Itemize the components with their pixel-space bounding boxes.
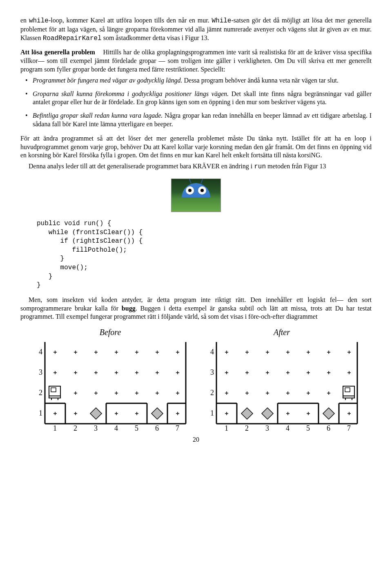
paragraph-section: Att lösa generella problem Hittills har … xyxy=(20,48,372,74)
text: -loop, kommer Karel att utföra loopen ti… xyxy=(49,17,212,24)
kw-while2: While xyxy=(212,17,231,25)
bullet-item: Programmet bör fungera med vägar av godt… xyxy=(20,76,372,85)
svg-text:7: 7 xyxy=(176,424,179,432)
kw-roadrepair: RoadRepairKarel xyxy=(43,35,102,42)
diagram-title: Before xyxy=(100,327,121,338)
text: Denna analys leder till att det generali… xyxy=(29,163,254,170)
diagram-title: After xyxy=(274,327,290,338)
svg-marker-72 xyxy=(151,408,163,419)
section-heading: Att lösa generella problem xyxy=(20,49,95,56)
bullet-lead: Groparna skall kunna förekomma i godtyck… xyxy=(33,90,229,97)
svg-text:4: 4 xyxy=(114,424,118,432)
svg-text:1: 1 xyxy=(225,424,228,432)
svg-rect-74 xyxy=(51,388,56,392)
svg-text:4: 4 xyxy=(39,348,42,356)
svg-marker-149 xyxy=(323,408,334,419)
karel-world-after: 4 3 2 1 1 2 3 4 5 6 7 xyxy=(204,340,359,434)
svg-text:2: 2 xyxy=(210,389,214,397)
text: som åstadkommer detta visas i Figur 13. xyxy=(102,34,209,41)
paragraph-3: Denna analys leder till att det generali… xyxy=(20,162,372,171)
svg-marker-71 xyxy=(90,408,102,419)
text: metoden från Figur 13 xyxy=(266,163,326,170)
paragraph-1: en while-loop, kommer Karel att utföra l… xyxy=(20,16,372,42)
code-block: public void run() { while (frontIsClear(… xyxy=(37,219,372,290)
diagram-before: Before 4 3 2 1 1 2 3 4 5 6 7 xyxy=(33,327,188,434)
svg-text:4: 4 xyxy=(286,424,290,432)
bullet-item: Befintliga gropar skall redan kunna vara… xyxy=(20,112,372,129)
bullet-rest: Dessa program behöver ändå kunna veta nä… xyxy=(182,77,339,84)
kw-bugg: bugg xyxy=(122,305,136,312)
diagram-after: After 4 3 2 1 1 2 3 4 5 6 7 xyxy=(204,327,359,434)
karel-icon xyxy=(49,386,60,400)
svg-text:1: 1 xyxy=(53,424,57,432)
svg-text:2: 2 xyxy=(39,389,42,397)
bullet-lead: Befintliga gropar skall redan kunna vara… xyxy=(33,112,163,119)
karel-icon xyxy=(343,386,354,400)
svg-rect-75 xyxy=(49,396,60,398)
bullet-lead: Programmet bör fungera med vägar av godt… xyxy=(33,77,182,84)
kw-while: while xyxy=(29,17,49,25)
bullet-list: Programmet bör fungera med vägar av godt… xyxy=(20,76,372,129)
svg-text:1: 1 xyxy=(210,409,214,417)
svg-marker-147 xyxy=(241,408,253,419)
kw-run: run xyxy=(254,163,266,170)
diagrams-row: Before 4 3 2 1 1 2 3 4 5 6 7 xyxy=(20,327,372,434)
svg-text:1: 1 xyxy=(39,409,42,417)
svg-marker-148 xyxy=(262,408,273,419)
bug-image xyxy=(171,179,221,212)
paragraph-4: Men, som insekten vid koden antyder, är … xyxy=(20,296,372,321)
text: en xyxy=(20,17,29,24)
svg-text:2: 2 xyxy=(74,424,77,432)
bullet-item: Groparna skall kunna förekomma i godtyck… xyxy=(20,90,372,107)
paragraph-2: För att ändra programmet så att det löse… xyxy=(20,134,372,160)
svg-text:4: 4 xyxy=(210,348,214,356)
svg-text:7: 7 xyxy=(347,424,351,432)
svg-text:2: 2 xyxy=(245,424,249,432)
svg-text:3: 3 xyxy=(94,424,98,432)
svg-text:5: 5 xyxy=(306,424,310,432)
svg-text:3: 3 xyxy=(39,368,42,376)
svg-text:6: 6 xyxy=(327,424,330,432)
svg-text:6: 6 xyxy=(155,424,159,432)
svg-text:5: 5 xyxy=(135,424,138,432)
svg-text:3: 3 xyxy=(210,368,214,376)
svg-text:3: 3 xyxy=(265,424,269,432)
karel-world-before: 4 3 2 1 1 2 3 4 5 6 7 xyxy=(33,340,188,434)
page-number: 20 xyxy=(20,436,372,444)
svg-rect-152 xyxy=(343,396,354,398)
svg-rect-151 xyxy=(345,388,350,392)
